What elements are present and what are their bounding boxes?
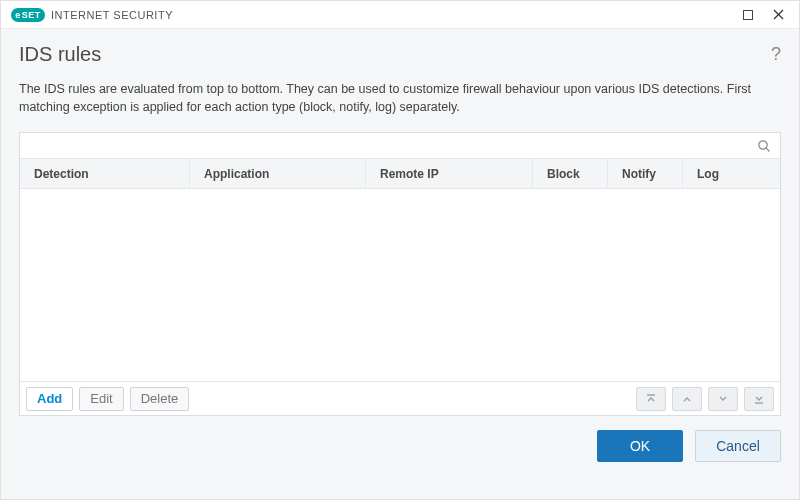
brand-badge: SET [11,8,45,22]
window: SET INTERNET SECURITY IDS rules ? The ID… [0,0,800,500]
svg-point-3 [759,141,767,149]
help-icon[interactable]: ? [771,44,781,65]
page-title: IDS rules [19,43,771,66]
product-name: INTERNET SECURITY [51,9,173,21]
svg-line-4 [766,148,769,151]
dialog-buttons: OK Cancel [1,430,799,480]
rules-grid[interactable] [20,189,780,381]
column-block[interactable]: Block [533,159,608,188]
column-log[interactable]: Log [683,159,780,188]
search-bar [20,133,780,159]
column-headers: Detection Application Remote IP Block No… [20,159,780,189]
header: IDS rules ? [1,29,799,74]
column-remote-ip[interactable]: Remote IP [366,159,533,188]
delete-button[interactable]: Delete [130,387,190,411]
window-close-button[interactable] [763,5,793,25]
rules-panel: Detection Application Remote IP Block No… [19,132,781,416]
brand-logo: SET INTERNET SECURITY [11,8,173,22]
move-up-button[interactable] [672,387,702,411]
search-icon[interactable] [754,136,774,156]
description-text: The IDS rules are evaluated from top to … [1,74,799,128]
edit-button[interactable]: Edit [79,387,123,411]
column-detection[interactable]: Detection [20,159,190,188]
column-notify[interactable]: Notify [608,159,683,188]
move-down-button[interactable] [708,387,738,411]
add-button[interactable]: Add [26,387,73,411]
svg-rect-0 [744,10,753,19]
move-top-button[interactable] [636,387,666,411]
titlebar: SET INTERNET SECURITY [1,1,799,29]
move-bottom-button[interactable] [744,387,774,411]
rules-toolbar: Add Edit Delete [20,381,780,415]
svg-line-2 [774,10,783,19]
window-maximize-button[interactable] [733,5,763,25]
ok-button[interactable]: OK [597,430,683,462]
column-application[interactable]: Application [190,159,366,188]
cancel-button[interactable]: Cancel [695,430,781,462]
search-input[interactable] [26,133,754,158]
svg-line-1 [774,10,783,19]
